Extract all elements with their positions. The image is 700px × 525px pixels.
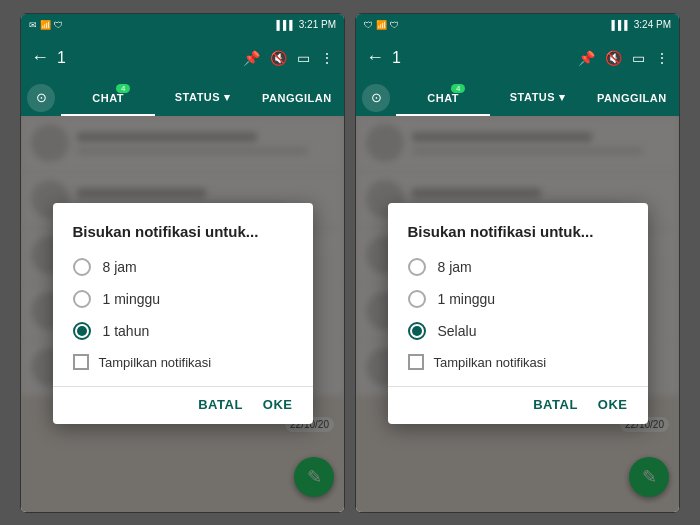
radio-label-1-1: 8 jam — [103, 259, 137, 275]
shield-icon-2: 🛡 — [364, 20, 373, 30]
radio-label-2-1: 8 jam — [438, 259, 472, 275]
radio-circle-2-2[interactable] — [408, 290, 426, 308]
radio-option-2-1[interactable]: 8 jam — [408, 258, 628, 276]
radio-circle-1-1[interactable] — [73, 258, 91, 276]
app-title-1: 1 — [57, 49, 235, 67]
ok-button-1[interactable]: OKE — [263, 397, 293, 412]
tab-bar-2: ⊙ CHAT 4 STATUS ▾ PANGGILAN — [356, 80, 679, 116]
search-icon-2[interactable]: ⊙ — [362, 84, 390, 112]
dialog-buttons-2: BATAL OKE — [408, 387, 628, 412]
checkbox-label-2: Tampilkan notifikasi — [434, 355, 547, 370]
tab-chat-2[interactable]: CHAT 4 — [396, 80, 490, 116]
signal-icon-1: ▌▌▌ — [277, 20, 296, 30]
ok-button-2[interactable]: OKE — [598, 397, 628, 412]
overlay-1: Bisukan notifikasi untuk... 8 jam 1 ming… — [21, 116, 344, 512]
content-area-1: Bisukan notifikasi untuk... 8 jam 1 ming… — [21, 116, 344, 512]
status-bar-left-2: 🛡 📶 🛡 — [364, 20, 399, 30]
status-time-2: 3:24 PM — [634, 19, 671, 30]
shield-icon-1: 🛡 — [54, 20, 63, 30]
mute-icon-2[interactable]: 🔇 — [605, 50, 622, 66]
tab-search-area-1[interactable]: ⊙ — [21, 84, 61, 112]
radio-label-2-3: Selalu — [438, 323, 477, 339]
status-bar-right-1: ▌▌▌ 3:21 PM — [277, 19, 336, 30]
radio-circle-1-2[interactable] — [73, 290, 91, 308]
back-button-2[interactable]: ← — [366, 47, 384, 68]
checkbox-label-1: Tampilkan notifikasi — [99, 355, 212, 370]
checkbox-1[interactable] — [73, 354, 89, 370]
phone-screen-1: ✉ 📶 🛡 ▌▌▌ 3:21 PM ← 1 📌 🔇 ▭ ⋮ — [20, 13, 345, 513]
cancel-button-2[interactable]: BATAL — [533, 397, 578, 412]
wifi-icon-1: 📶 — [40, 20, 51, 30]
app-bar-icons-2: 📌 🔇 ▭ ⋮ — [578, 50, 669, 66]
radio-option-2-3[interactable]: Selalu — [408, 322, 628, 340]
chat-badge-2: 4 — [451, 84, 465, 93]
radio-option-1-2[interactable]: 1 minggu — [73, 290, 293, 308]
mute-icon-1[interactable]: 🔇 — [270, 50, 287, 66]
radio-circle-2-3[interactable] — [408, 322, 426, 340]
tab-search-area-2[interactable]: ⊙ — [356, 84, 396, 112]
dialog-1: Bisukan notifikasi untuk... 8 jam 1 ming… — [53, 203, 313, 424]
app-bar-2: ← 1 📌 🔇 ▭ ⋮ — [356, 36, 679, 80]
dialog-title-1: Bisukan notifikasi untuk... — [73, 223, 293, 240]
shield2-icon-2: 🛡 — [390, 20, 399, 30]
app-bar-icons-1: 📌 🔇 ▭ ⋮ — [243, 50, 334, 66]
dialog-title-2: Bisukan notifikasi untuk... — [408, 223, 628, 240]
message-icon-1: ✉ — [29, 20, 37, 30]
status-time-1: 3:21 PM — [299, 19, 336, 30]
radio-option-1-3[interactable]: 1 tahun — [73, 322, 293, 340]
dialog-buttons-1: BATAL OKE — [73, 387, 293, 412]
checkbox-row-2[interactable]: Tampilkan notifikasi — [408, 354, 628, 370]
status-bar-1: ✉ 📶 🛡 ▌▌▌ 3:21 PM — [21, 14, 344, 36]
status-bar-2: 🛡 📶 🛡 ▌▌▌ 3:24 PM — [356, 14, 679, 36]
radio-label-1-2: 1 minggu — [103, 291, 161, 307]
more-icon-2[interactable]: ⋮ — [655, 50, 669, 66]
radio-circle-2-1[interactable] — [408, 258, 426, 276]
tab-status-2[interactable]: STATUS ▾ — [490, 80, 584, 116]
screenshots-container: ✉ 📶 🛡 ▌▌▌ 3:21 PM ← 1 📌 🔇 ▭ ⋮ — [10, 3, 690, 523]
radio-option-1-1[interactable]: 8 jam — [73, 258, 293, 276]
radio-dot-1-3 — [77, 326, 87, 336]
chat-badge-1: 4 — [116, 84, 130, 93]
pin-icon-2[interactable]: 📌 — [578, 50, 595, 66]
tab-bar-1: ⊙ CHAT 4 STATUS ▾ PANGGILAN — [21, 80, 344, 116]
checkbox-row-1[interactable]: Tampilkan notifikasi — [73, 354, 293, 370]
radio-option-2-2[interactable]: 1 minggu — [408, 290, 628, 308]
app-bar-1: ← 1 📌 🔇 ▭ ⋮ — [21, 36, 344, 80]
phone-screen-2: 🛡 📶 🛡 ▌▌▌ 3:24 PM ← 1 📌 🔇 ▭ ⋮ — [355, 13, 680, 513]
pin-icon-1[interactable]: 📌 — [243, 50, 260, 66]
tab-calls-1[interactable]: PANGGILAN — [250, 80, 344, 116]
video-icon-2[interactable]: ▭ — [632, 50, 645, 66]
checkbox-2[interactable] — [408, 354, 424, 370]
tab-calls-2[interactable]: PANGGILAN — [585, 80, 679, 116]
tab-status-1[interactable]: STATUS ▾ — [155, 80, 249, 116]
more-icon-1[interactable]: ⋮ — [320, 50, 334, 66]
radio-label-2-2: 1 minggu — [438, 291, 496, 307]
wifi-icon-2: 📶 — [376, 20, 387, 30]
overlay-2: Bisukan notifikasi untuk... 8 jam 1 ming… — [356, 116, 679, 512]
search-icon-1[interactable]: ⊙ — [27, 84, 55, 112]
content-area-2: Bisukan notifikasi untuk... 8 jam 1 ming… — [356, 116, 679, 512]
tab-chat-1[interactable]: CHAT 4 — [61, 80, 155, 116]
status-bar-left-1: ✉ 📶 🛡 — [29, 20, 63, 30]
app-title-2: 1 — [392, 49, 570, 67]
radio-label-1-3: 1 tahun — [103, 323, 150, 339]
radio-circle-1-3[interactable] — [73, 322, 91, 340]
back-button-1[interactable]: ← — [31, 47, 49, 68]
video-icon-1[interactable]: ▭ — [297, 50, 310, 66]
cancel-button-1[interactable]: BATAL — [198, 397, 243, 412]
signal-icon-2: ▌▌▌ — [612, 20, 631, 30]
dialog-2: Bisukan notifikasi untuk... 8 jam 1 ming… — [388, 203, 648, 424]
status-bar-right-2: ▌▌▌ 3:24 PM — [612, 19, 671, 30]
radio-dot-2-3 — [412, 326, 422, 336]
